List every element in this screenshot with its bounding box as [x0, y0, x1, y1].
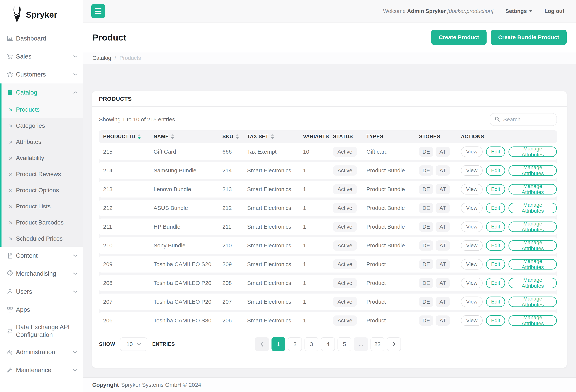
manage-attributes-button[interactable]: Manage Attributes [509, 184, 557, 194]
sidebar-item-product-options[interactable]: » Product Options [0, 182, 83, 198]
cell-variants: 1 [299, 186, 329, 192]
manage-attributes-button[interactable]: Manage Attributes [509, 165, 557, 176]
column-header-sku[interactable]: SKU [218, 134, 243, 140]
view-button[interactable]: View [461, 147, 483, 157]
next-page-button[interactable] [387, 337, 401, 351]
manage-attributes-button[interactable]: Manage Attributes [509, 240, 557, 251]
edit-button[interactable]: Edit [486, 203, 505, 213]
double-chevron-right-icon: » [9, 138, 16, 146]
cell-name: Toshiba CAMILEO P20 [149, 299, 218, 305]
sidebar-item-sales[interactable]: Sales [0, 47, 83, 65]
previous-page-button[interactable] [255, 337, 269, 351]
cell-product-id: 210 [99, 242, 149, 249]
view-button[interactable]: View [461, 297, 483, 307]
column-header-name[interactable]: NAME [149, 134, 218, 140]
sidebar-item-product-lists[interactable]: » Product Lists [0, 198, 83, 214]
page-button-22[interactable]: 22 [371, 337, 384, 351]
manage-attributes-button[interactable]: Manage Attributes [509, 315, 557, 326]
settings-menu[interactable]: Settings [505, 8, 532, 14]
cell-product-id: 211 [99, 224, 149, 230]
edit-button[interactable]: Edit [486, 259, 505, 270]
breadcrumb-catalog[interactable]: Catalog [92, 55, 111, 61]
manage-attributes-button[interactable]: Manage Attributes [509, 259, 557, 270]
edit-button[interactable]: Edit [486, 184, 505, 194]
sidebar-item-apps[interactable]: Apps [0, 301, 83, 319]
spryker-logo[interactable]: Spryker [0, 0, 83, 30]
edit-button[interactable]: Edit [486, 240, 505, 251]
column-header-stores: STORES [415, 134, 457, 140]
view-button[interactable]: View [461, 221, 483, 232]
menu-toggle-button[interactable] [91, 4, 105, 18]
cell-tax-set: Smart Electronics [243, 167, 299, 174]
create-bundle-product-button[interactable]: Create Bundle Product [491, 30, 567, 45]
sidebar-item-data-exchange-api-configuration[interactable]: Data Exchange API Configuration [0, 319, 83, 343]
view-button[interactable]: View [461, 240, 483, 251]
view-button[interactable]: View [461, 203, 483, 213]
store-badge: AT [435, 278, 450, 288]
cell-variants: 1 [299, 242, 329, 249]
exchange-arrows-icon [6, 327, 14, 335]
view-button[interactable]: View [461, 315, 483, 326]
sidebar-item-scheduled-prices[interactable]: » Scheduled Prices [0, 231, 83, 247]
sidebar-item-customers[interactable]: Customers [0, 65, 83, 84]
manage-attributes-button[interactable]: Manage Attributes [509, 278, 557, 288]
edit-button[interactable]: Edit [486, 165, 505, 176]
view-button[interactable]: View [461, 278, 483, 288]
show-label: SHOW [99, 341, 115, 347]
manage-attributes-button[interactable]: Manage Attributes [509, 203, 557, 213]
manage-attributes-button[interactable]: Manage Attributes [509, 221, 557, 232]
logout-link[interactable]: Log out [545, 8, 564, 14]
cell-product-id: 212 [99, 205, 149, 211]
page-button-4[interactable]: 4 [321, 337, 335, 351]
sidebar-item-administration[interactable]: Administration [0, 343, 83, 361]
user-gear-icon [6, 348, 14, 356]
manage-attributes-button[interactable]: Manage Attributes [509, 147, 557, 157]
cell-name: ASUS Bundle [149, 205, 218, 211]
sidebar-item-categories[interactable]: » Categories [0, 118, 83, 134]
store-badge: AT [435, 241, 450, 251]
search-input[interactable] [503, 117, 552, 123]
cell-name: Samsung Bundle [149, 167, 218, 174]
column-header-product-id[interactable]: PRODUCT ID [99, 134, 149, 140]
column-header-tax-set[interactable]: TAX SET [243, 134, 299, 140]
page-button-1[interactable]: 1 [271, 337, 285, 351]
wrench-icon [6, 366, 14, 374]
sidebar-item-attributes[interactable]: » Attributes [0, 134, 83, 150]
status-badge: Active [333, 222, 357, 232]
edit-button[interactable]: Edit [486, 278, 505, 288]
page-size-select[interactable]: 10 [120, 337, 147, 351]
sidebar-item-product-reviews[interactable]: » Product Reviews [0, 166, 83, 182]
status-badge: Active [333, 241, 357, 251]
customers-icon [6, 71, 14, 78]
copyright-label: Copyright [92, 382, 119, 388]
sidebar-item-availability[interactable]: » Availability [0, 150, 83, 166]
sidebar-item-merchandising[interactable]: Merchandising [0, 265, 83, 283]
edit-button[interactable]: Edit [486, 297, 505, 307]
sidebar-item-maintenance[interactable]: Maintenance [0, 361, 83, 379]
sidebar-item-users[interactable]: Users [0, 283, 83, 301]
sidebar-item-products[interactable]: » Products [0, 101, 83, 118]
store-badge: DE [419, 184, 433, 194]
page-button-3[interactable]: 3 [305, 337, 318, 351]
view-button[interactable]: View [461, 165, 483, 176]
view-button[interactable]: View [461, 184, 483, 194]
page-button-5[interactable]: 5 [338, 337, 351, 351]
page-button-2[interactable]: 2 [288, 337, 302, 351]
edit-button[interactable]: Edit [486, 315, 505, 326]
view-button[interactable]: View [461, 259, 483, 270]
cell-name: Gift Card [149, 149, 218, 155]
sidebar-item-product-barcodes[interactable]: » Product Barcodes [0, 214, 83, 231]
cell-tax-set: Smart Electronics [243, 317, 299, 324]
sidebar-item-dashboard[interactable]: Dashboard [0, 30, 83, 47]
chevron-down-icon [73, 368, 78, 372]
edit-button[interactable]: Edit [486, 221, 505, 232]
sidebar-item-catalog[interactable]: Catalog [0, 84, 83, 101]
edit-button[interactable]: Edit [486, 147, 505, 157]
manage-attributes-button[interactable]: Manage Attributes [509, 297, 557, 307]
store-badge: AT [435, 184, 450, 194]
pages-ellipsis: ... [354, 337, 368, 351]
column-label: SKU [222, 134, 233, 140]
sidebar-item-content[interactable]: Content [0, 247, 83, 265]
create-product-button[interactable]: Create Product [431, 30, 487, 45]
status-badge: Active [333, 147, 357, 157]
